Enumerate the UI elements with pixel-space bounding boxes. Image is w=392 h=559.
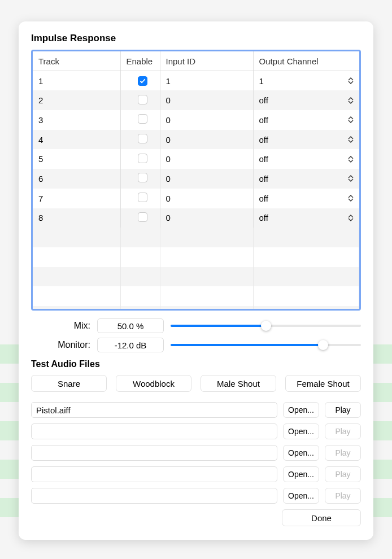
dialog-title: Impulse Response: [31, 33, 361, 44]
table-row[interactable]: 3 0 off: [33, 110, 359, 130]
table-row[interactable]: 6 0 off: [33, 169, 359, 189]
preset-button-woodblock[interactable]: Woodblock: [116, 375, 191, 392]
play-button: Play: [325, 466, 361, 482]
enable-cell[interactable]: [120, 208, 160, 228]
input-id-cell[interactable]: 0: [160, 90, 253, 110]
controls-section: Mix: 50.0 % Monitor: -12.0 dB: [31, 318, 361, 352]
stepper-icon[interactable]: [348, 195, 354, 202]
table-row[interactable]: 4 0 off: [33, 130, 359, 150]
enable-checkbox[interactable]: [138, 134, 147, 143]
enable-cell[interactable]: [120, 189, 160, 208]
test-audio-heading: Test Audio Files: [31, 359, 361, 369]
empty-row: [33, 286, 359, 306]
empty-row: [33, 306, 359, 311]
open-button[interactable]: Open...: [283, 488, 319, 504]
enable-checkbox[interactable]: [138, 173, 147, 182]
mix-slider[interactable]: [171, 320, 361, 332]
preset-button-female-shout[interactable]: Female Shout: [285, 375, 361, 392]
file-rows: Pistol.aiff Open... Play Open... Play Op…: [31, 402, 361, 504]
file-path-field[interactable]: [31, 423, 277, 439]
output-channel-cell[interactable]: off: [253, 189, 359, 208]
open-button[interactable]: Open...: [283, 445, 319, 461]
enable-checkbox[interactable]: [138, 154, 147, 163]
enable-checkbox[interactable]: [138, 76, 147, 86]
file-row: Pistol.aiff Open... Play: [31, 402, 361, 418]
file-path-field[interactable]: [31, 488, 277, 504]
open-button[interactable]: Open...: [283, 466, 319, 482]
preset-button-male-shout[interactable]: Male Shout: [201, 375, 276, 392]
input-id-cell[interactable]: 1: [160, 71, 253, 91]
play-button: Play: [325, 445, 361, 461]
file-path-field[interactable]: [31, 445, 277, 461]
enable-cell[interactable]: [120, 71, 160, 91]
stepper-icon[interactable]: [348, 136, 354, 143]
empty-row: [33, 267, 359, 287]
header-input-id[interactable]: Input ID: [160, 51, 253, 71]
preset-button-snare[interactable]: Snare: [31, 375, 107, 392]
track-cell[interactable]: 3: [33, 110, 120, 130]
track-cell[interactable]: 8: [33, 208, 120, 228]
input-id-cell[interactable]: 0: [160, 110, 253, 130]
stepper-icon[interactable]: [348, 77, 354, 84]
table-row[interactable]: 7 0 off: [33, 189, 359, 208]
enable-cell[interactable]: [120, 90, 160, 110]
track-cell[interactable]: 4: [33, 130, 120, 150]
play-button[interactable]: Play: [325, 402, 361, 418]
output-channel-cell[interactable]: off: [253, 149, 359, 169]
output-channel-cell[interactable]: off: [253, 110, 359, 130]
enable-checkbox[interactable]: [138, 193, 147, 202]
stepper-icon[interactable]: [348, 175, 354, 182]
input-id-cell[interactable]: 0: [160, 130, 253, 150]
output-channel-cell[interactable]: 1: [253, 71, 359, 91]
play-button: Play: [325, 423, 361, 439]
file-path-field[interactable]: [31, 466, 277, 482]
play-button: Play: [325, 488, 361, 504]
preset-row: SnareWoodblockMale ShoutFemale Shout: [31, 375, 361, 392]
track-cell[interactable]: 5: [33, 149, 120, 169]
input-id-cell[interactable]: 0: [160, 149, 253, 169]
stepper-icon[interactable]: [348, 156, 354, 163]
output-channel-cell[interactable]: off: [253, 130, 359, 150]
monitor-slider[interactable]: [171, 339, 361, 351]
stepper-icon[interactable]: [348, 116, 354, 123]
input-id-cell[interactable]: 0: [160, 189, 253, 208]
open-button[interactable]: Open...: [283, 423, 319, 439]
track-cell[interactable]: 2: [33, 90, 120, 110]
file-row: Open... Play: [31, 466, 361, 482]
output-channel-cell[interactable]: off: [253, 169, 359, 189]
table-row[interactable]: 5 0 off: [33, 149, 359, 169]
table-row[interactable]: 8 0 off: [33, 208, 359, 228]
monitor-value-field[interactable]: -12.0 dB: [97, 338, 164, 352]
track-table: Track Enable Input ID Output Channel 1 1…: [31, 50, 361, 311]
input-id-cell[interactable]: 0: [160, 208, 253, 228]
enable-checkbox[interactable]: [138, 95, 147, 104]
output-channel-cell[interactable]: off: [253, 90, 359, 110]
empty-row: [33, 228, 359, 247]
open-button[interactable]: Open...: [283, 402, 319, 418]
done-button[interactable]: Done: [282, 509, 361, 526]
mix-label: Mix:: [31, 321, 90, 331]
enable-cell[interactable]: [120, 169, 160, 189]
header-enable[interactable]: Enable: [120, 51, 160, 71]
table-row[interactable]: 2 0 off: [33, 90, 359, 110]
empty-row: [33, 247, 359, 267]
track-cell[interactable]: 6: [33, 169, 120, 189]
track-cell[interactable]: 7: [33, 189, 120, 208]
stepper-icon[interactable]: [348, 97, 354, 104]
table-row[interactable]: 1 1 1: [33, 71, 359, 91]
output-channel-cell[interactable]: off: [253, 208, 359, 228]
file-row: Open... Play: [31, 445, 361, 461]
track-cell[interactable]: 1: [33, 71, 120, 91]
input-id-cell[interactable]: 0: [160, 169, 253, 189]
header-output-channel[interactable]: Output Channel: [253, 51, 359, 71]
enable-cell[interactable]: [120, 110, 160, 130]
enable-checkbox[interactable]: [138, 114, 147, 124]
enable-cell[interactable]: [120, 130, 160, 150]
mix-value-field[interactable]: 50.0 %: [97, 318, 164, 333]
enable-checkbox[interactable]: [138, 212, 147, 222]
file-row: Open... Play: [31, 488, 361, 504]
header-track[interactable]: Track: [33, 51, 120, 71]
enable-cell[interactable]: [120, 149, 160, 169]
stepper-icon[interactable]: [348, 215, 354, 221]
file-path-field[interactable]: Pistol.aiff: [31, 402, 277, 418]
